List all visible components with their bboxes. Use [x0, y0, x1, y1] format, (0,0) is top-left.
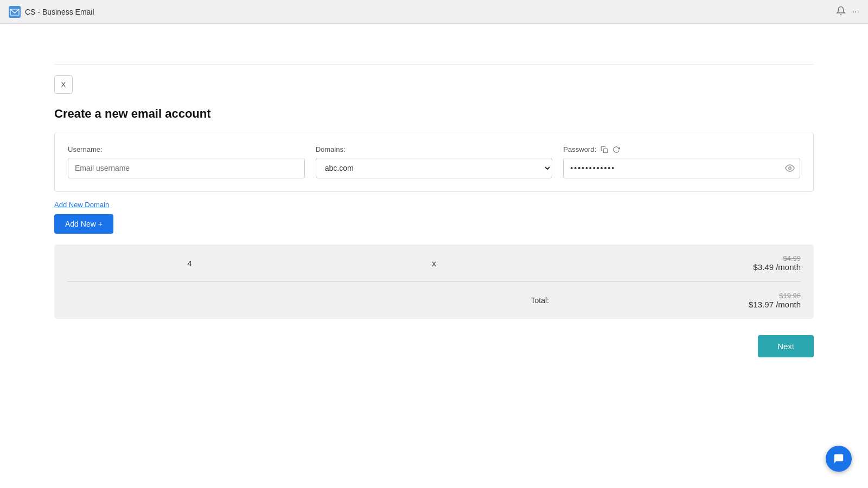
- notification-icon[interactable]: [836, 6, 846, 18]
- username-group: Username:: [68, 145, 305, 178]
- username-input[interactable]: [68, 158, 305, 178]
- add-new-button[interactable]: Add New +: [54, 214, 113, 234]
- close-button[interactable]: X: [54, 75, 73, 94]
- domains-group: Domains: abc.com example.com mysite.org: [316, 145, 553, 178]
- svg-rect-2: [603, 149, 608, 153]
- domain-select[interactable]: abc.com example.com mysite.org: [316, 158, 553, 178]
- page-title: Create a new email account: [54, 107, 814, 121]
- topbar: CS - Business Email ···: [0, 0, 868, 24]
- main-content: X Create a new email account Username: D…: [0, 24, 868, 488]
- multiply-cell: x: [312, 259, 557, 268]
- refresh-password-button[interactable]: [612, 146, 620, 153]
- app-title: CS - Business Email: [25, 8, 94, 16]
- chat-button[interactable]: [826, 446, 852, 472]
- password-label-row: Password:: [563, 145, 800, 153]
- password-wrapper: [563, 158, 800, 178]
- domains-label: Domains:: [316, 145, 553, 153]
- password-input[interactable]: [563, 158, 800, 178]
- password-group: Password:: [563, 145, 800, 178]
- next-button-row: Next: [54, 335, 814, 357]
- toggle-password-icon[interactable]: [785, 163, 795, 173]
- form-row: Username: Domains: abc.com example.com m…: [68, 145, 800, 178]
- pricing-table: 4 x $4.99 $3.49 /month Total: $19.96 $13…: [54, 245, 814, 319]
- top-strip: [54, 24, 814, 65]
- svg-point-3: [789, 167, 792, 170]
- topbar-actions: ···: [836, 6, 859, 18]
- total-original-price: $19.96: [779, 292, 801, 300]
- copy-password-button[interactable]: [601, 146, 608, 153]
- add-domain-link[interactable]: Add New Domain: [54, 201, 814, 209]
- total-current-price: $13.97 /month: [749, 300, 801, 309]
- content-area: X Create a new email account Username: D…: [54, 65, 814, 357]
- unit-current-price: $3.49 /month: [753, 262, 801, 272]
- quantity-cell: 4: [67, 259, 312, 268]
- total-row: Total: $19.96 $13.97 /month: [54, 282, 814, 319]
- pricing-row: 4 x $4.99 $3.49 /month: [54, 245, 814, 281]
- form-card: Username: Domains: abc.com example.com m…: [54, 132, 814, 192]
- password-label: Password:: [563, 145, 596, 153]
- app-logo: [9, 6, 21, 18]
- username-label: Username:: [68, 145, 305, 153]
- next-button[interactable]: Next: [758, 335, 814, 357]
- unit-price-cell: $4.99 $3.49 /month: [556, 254, 801, 272]
- total-price-cell: $19.96 $13.97 /month: [560, 292, 801, 309]
- unit-original-price: $4.99: [783, 254, 801, 262]
- total-label: Total:: [67, 296, 560, 305]
- more-icon[interactable]: ···: [852, 7, 859, 17]
